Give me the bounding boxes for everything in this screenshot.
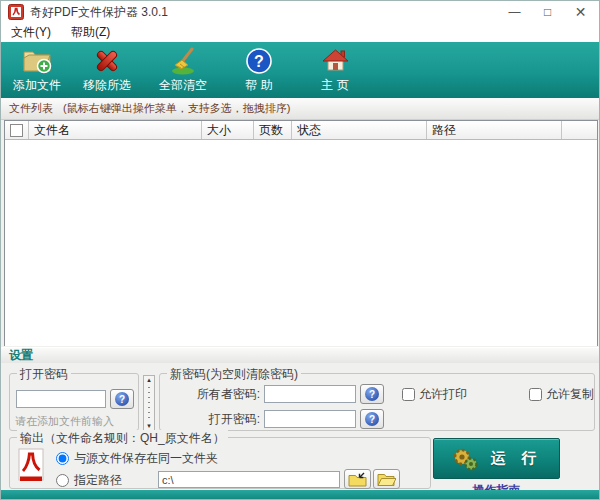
open-folder-button[interactable]: [373, 469, 400, 489]
help-button[interactable]: ? 帮 助: [226, 45, 292, 95]
custom-path-label: 指定路径: [74, 472, 122, 489]
same-folder-radio[interactable]: 与源文件保存在同一文件夹: [56, 450, 218, 467]
column-spacer: [562, 121, 597, 139]
file-list-hint: (鼠标右键弹出操作菜单，支持多选，拖拽排序): [63, 101, 290, 116]
file-list-label: 文件列表: [9, 101, 53, 116]
clear-all-label: 全部清空: [159, 77, 207, 94]
new-open-password-row: 打开密码: ?: [160, 409, 594, 429]
remove-selected-button[interactable]: 移除所选: [74, 45, 140, 95]
window-controls: — □ ✕: [498, 1, 597, 23]
header-checkbox-cell: [5, 121, 29, 139]
gears-icon: [450, 444, 480, 474]
app-icon: [8, 4, 24, 20]
allow-print-checkbox[interactable]: 允许打印: [402, 386, 467, 403]
same-folder-label: 与源文件保存在同一文件夹: [74, 450, 218, 467]
red-x-icon: [93, 45, 121, 76]
owner-password-row: 所有者密码: ? 允许打印 允许复制: [160, 384, 594, 404]
file-list-bar: 文件列表 (鼠标右键弹出操作菜单，支持多选，拖拽排序): [1, 98, 599, 120]
menu-help[interactable]: 帮助(Z): [61, 23, 120, 42]
custom-path-radio[interactable]: 指定路径: [56, 472, 122, 489]
column-pages[interactable]: 页数: [254, 121, 292, 139]
settings-label: 设置: [9, 347, 33, 364]
new-password-group: 新密码(为空则清除密码) 所有者密码: ? 允许打印 允许复制 打开密码: ?: [159, 373, 595, 431]
file-table-header: 文件名 大小 页数 状态 路径: [5, 121, 597, 140]
open-password-input[interactable]: [16, 390, 106, 408]
owner-password-input[interactable]: [264, 385, 356, 403]
folder-open-icon: [377, 472, 396, 487]
splitter-grip: [148, 385, 150, 421]
home-icon: [320, 45, 350, 76]
output-path-input[interactable]: [158, 471, 340, 488]
column-size[interactable]: 大小: [202, 121, 254, 139]
run-button[interactable]: 运 行: [433, 438, 560, 479]
home-label: 主 页: [321, 77, 348, 94]
settings-bar: 设置: [1, 347, 599, 363]
home-button[interactable]: 主 页: [302, 45, 368, 95]
run-button-label: 运 行: [490, 449, 542, 468]
open-password-group-title: 打开密码: [17, 366, 71, 383]
remove-selected-label: 移除所选: [83, 77, 131, 94]
broom-icon: [168, 45, 198, 76]
help-label: 帮 助: [245, 77, 272, 94]
new-open-password-input[interactable]: [264, 410, 356, 428]
window-bottom-edge: [1, 490, 599, 499]
question-circle-icon: ?: [115, 392, 129, 406]
allow-print-label: 允许打印: [419, 386, 467, 403]
same-folder-radio-input[interactable]: [56, 452, 69, 465]
toolbar: 添加文件 移除所选: [1, 42, 599, 98]
question-circle-icon: ?: [365, 387, 379, 401]
column-path[interactable]: 路径: [427, 121, 562, 139]
splitter-up-icon: ▴: [147, 377, 151, 383]
select-all-checkbox[interactable]: [10, 124, 23, 137]
allow-print-box[interactable]: [402, 388, 415, 401]
maximize-button[interactable]: □: [531, 1, 564, 23]
clear-all-button[interactable]: 全部清空: [150, 45, 216, 95]
titlebar: 奇好PDF文件保护器 3.0.1 — □ ✕: [1, 1, 599, 23]
question-icon: ?: [245, 45, 273, 76]
folder-select-icon: [348, 472, 367, 487]
folder-plus-icon: [21, 45, 53, 76]
menubar: 文件(Y) 帮助(Z): [1, 23, 599, 42]
output-group: 输出（文件命名规则：QH_原文件名） 与源文件保存在同一文件夹 指定路径: [9, 437, 431, 489]
new-open-password-help-button[interactable]: ?: [360, 409, 384, 429]
owner-password-help-button[interactable]: ?: [360, 384, 384, 404]
splitter-down-icon: ▾: [147, 423, 151, 429]
new-password-group-title: 新密码(为空则清除密码): [167, 366, 301, 383]
column-status[interactable]: 状态: [292, 121, 427, 139]
open-password-help-button[interactable]: ?: [110, 389, 134, 409]
browse-folder-button[interactable]: [344, 469, 371, 489]
new-open-password-label: 打开密码:: [160, 411, 260, 428]
close-button[interactable]: ✕: [564, 1, 597, 23]
file-list-body[interactable]: [5, 140, 597, 346]
open-password-group: 打开密码 ? 请在添加文件前输入: [9, 373, 139, 431]
menu-file[interactable]: 文件(Y): [1, 23, 61, 42]
svg-text:?: ?: [254, 52, 264, 69]
open-password-hint: 请在添加文件前输入: [15, 414, 114, 429]
add-files-button[interactable]: 添加文件: [4, 45, 70, 95]
allow-copy-label: 允许复制: [546, 386, 594, 403]
file-table: 文件名 大小 页数 状态 路径: [4, 120, 598, 346]
pdf-icon: [16, 448, 46, 488]
settings-splitter[interactable]: ▴ ▾: [143, 375, 155, 431]
allow-copy-checkbox[interactable]: 允许复制: [529, 386, 594, 403]
window-title: 奇好PDF文件保护器 3.0.1: [30, 4, 168, 21]
allow-copy-box[interactable]: [529, 388, 542, 401]
output-group-title: 输出（文件命名规则：QH_原文件名）: [17, 430, 228, 447]
add-files-label: 添加文件: [13, 77, 61, 94]
app-window: 奇好PDF文件保护器 3.0.1 — □ ✕ 文件(Y) 帮助(Z) 添加文件: [0, 0, 600, 500]
column-filename[interactable]: 文件名: [29, 121, 202, 139]
question-circle-icon: ?: [365, 412, 379, 426]
minimize-button[interactable]: —: [498, 1, 531, 23]
custom-path-radio-input[interactable]: [56, 474, 69, 487]
owner-password-label: 所有者密码:: [160, 386, 260, 403]
